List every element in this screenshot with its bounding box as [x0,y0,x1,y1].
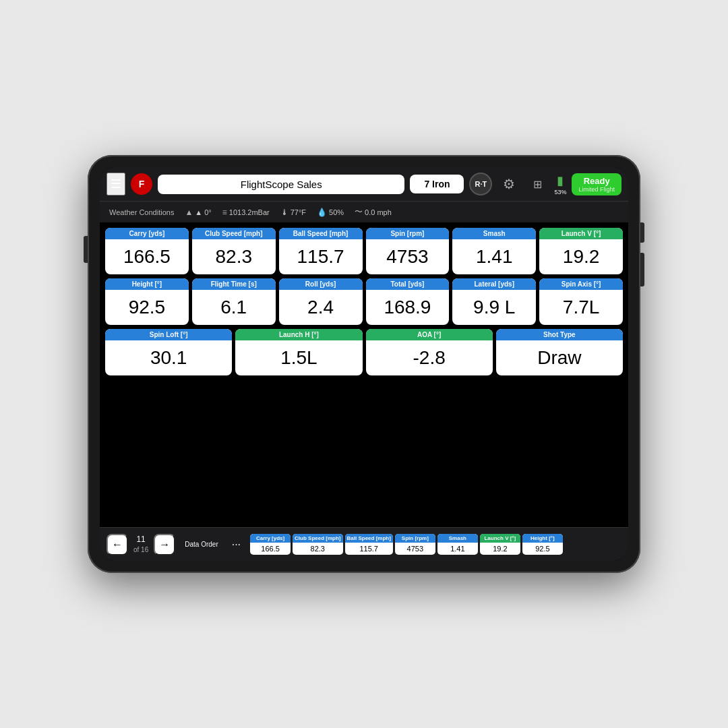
metric-card: Club Speed [mph]82.3 [192,228,276,274]
metric-card: Launch V [°]19.2 [539,228,623,274]
metric-value: 9.9 L [452,290,536,325]
bottom-data-row: Carry [yds]166.5Club Speed [mph]82.3Ball… [250,534,621,555]
side-button-right-bottom [640,253,644,286]
rt-button[interactable]: R·T [469,173,492,195]
metric-card: AOA [°]-2.8 [366,329,493,375]
metric-header: Total [yds] [366,278,450,290]
side-button-left [84,236,88,263]
bottom-cell-value: 19.2 [480,543,520,555]
metric-card: Launch H [°]1.5L [235,329,362,375]
metric-value: 7.7L [539,290,623,325]
battery-icon: ▮ [557,173,564,188]
bottom-cell-header: Ball Speed [mph] [345,534,393,543]
wind-speed-icon: 〜 [355,206,363,218]
metrics-row-2: Height [°]92.5Flight Time [s]6.1Roll [yd… [105,278,623,325]
metric-value: 115.7 [279,239,363,274]
bottom-cell-value: 92.5 [522,543,563,555]
gear-icon: ⚙ [503,176,515,192]
metric-card: Flight Time [s]6.1 [192,278,276,325]
metrics-row-3: Spin Loft [°]30.1Launch H [°]1.5LAOA [°]… [105,329,623,375]
club-selector[interactable]: 7 Iron [410,175,464,193]
metric-card: Ball Speed [mph]115.7 [279,228,363,274]
right-arrow-icon: → [159,539,170,551]
metric-value: Draw [496,340,623,375]
metric-card: Spin [rpm]4753 [366,228,450,274]
metric-card: Roll [yds]2.4 [279,278,363,325]
metric-value: 2.4 [279,290,363,325]
wind-speed-reading: 〜 0.0 mph [355,206,392,218]
session-title: FlightScope Sales [158,175,404,194]
bottom-cell-header: Spin [rpm] [395,534,435,543]
metric-card: Carry [yds]166.5 [105,228,189,274]
app-logo: F [131,173,152,195]
bottom-data-cell: Club Speed [mph]82.3 [293,534,342,555]
ready-label: Ready [578,176,615,186]
wind-direction-icon: ▲ [185,208,193,217]
pressure-reading: ≡ 1013.2mBar [222,208,270,217]
metric-value: 1.5L [235,340,362,375]
metrics-row-1: Carry [yds]166.5Club Speed [mph]82.3Ball… [105,228,623,274]
app-header: ☰ F FlightScope Sales 7 Iron R·T ⚙ ⊞ ▮ 5… [100,167,628,201]
side-button-right-top [640,222,644,243]
more-options-button[interactable]: ··· [228,536,245,553]
menu-button[interactable]: ☰ [107,173,125,195]
grid-icon: ⊞ [533,178,542,191]
next-shot-button[interactable]: → [154,534,175,555]
metric-value: 30.1 [105,340,232,375]
left-arrow-icon: ← [112,539,123,551]
wind-direction: ▲ ▲ 0° [185,208,211,217]
metric-header: Launch H [°] [235,329,362,340]
bottom-cell-value: 115.7 [345,543,393,555]
metric-card: Shot TypeDraw [496,329,623,375]
metric-header: Height [°] [105,278,189,290]
data-order-button[interactable]: Data Order [181,538,222,551]
metric-card: Height [°]92.5 [105,278,189,325]
metric-card: Total [yds]168.9 [366,278,450,325]
bottom-data-cell: Carry [yds]166.5 [250,534,291,555]
metric-card: Lateral [yds]9.9 L [452,278,536,325]
bottom-cell-header: Height [°] [522,534,563,543]
metric-header: Flight Time [s] [192,278,276,290]
metric-header: Roll [yds] [279,278,363,290]
hamburger-icon: ☰ [111,177,121,191]
settings-button[interactable]: ⚙ [497,173,520,195]
battery-indicator: ▮ 53% [554,173,566,195]
bottom-data-cell: Spin [rpm]4753 [395,534,435,555]
metrics-area: Carry [yds]166.5Club Speed [mph]82.3Ball… [100,222,628,527]
tablet-device: ☰ F FlightScope Sales 7 Iron R·T ⚙ ⊞ ▮ 5… [88,155,640,573]
temperature-reading: 🌡 77°F [280,208,306,217]
metric-header: Smash [452,228,536,239]
metric-value: 19.2 [539,239,623,274]
status-badge: Ready Limited Flight [572,173,621,195]
bottom-cell-value: 82.3 [293,543,342,555]
bottom-data-cell: Ball Speed [mph]115.7 [345,534,393,555]
prev-shot-button[interactable]: ← [107,534,128,555]
metric-header: Ball Speed [mph] [279,228,363,239]
metric-value: 92.5 [105,290,189,325]
metric-value: 166.5 [105,239,189,274]
battery-percent: 53% [554,189,566,195]
metric-value: 82.3 [192,239,276,274]
metric-card: Spin Loft [°]30.1 [105,329,232,375]
metric-header: Carry [yds] [105,228,189,239]
humidity-icon: 💧 [317,208,327,217]
bottom-cell-value: 166.5 [250,543,291,555]
ready-sublabel: Limited Flight [578,186,615,193]
metric-header: Launch V [°] [539,228,623,239]
bottom-cell-header: Smash [437,534,478,543]
metric-value: -2.8 [366,340,493,375]
metric-value: 168.9 [366,290,450,325]
metric-value: 1.41 [452,239,536,274]
tablet-screen: ☰ F FlightScope Sales 7 Iron R·T ⚙ ⊞ ▮ 5… [100,167,628,561]
humidity-reading: 💧 50% [317,208,344,217]
metric-value: 6.1 [192,290,276,325]
metric-header: Club Speed [mph] [192,228,276,239]
bottom-cell-header: Carry [yds] [250,534,291,543]
grid-view-button[interactable]: ⊞ [526,173,549,195]
shot-counter: 11 of 16 [133,535,148,554]
weather-conditions-label: Weather Conditions [109,208,174,216]
metric-header: Spin Loft [°] [105,329,232,340]
bottom-cell-header: Launch V [°] [480,534,520,543]
metric-header: Shot Type [496,329,623,340]
bottom-data-cell: Height [°]92.5 [522,534,563,555]
